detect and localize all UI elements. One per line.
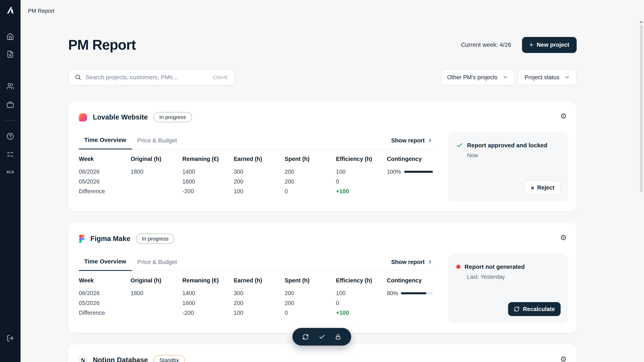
- plus-icon: +: [529, 41, 533, 48]
- table-row: Difference -200 100 0 +100: [79, 186, 433, 196]
- chevron-right-icon: [427, 137, 433, 143]
- col-remaining: Remaning (€): [182, 156, 234, 162]
- sync-icon[interactable]: [302, 334, 309, 340]
- logout-icon[interactable]: [6, 335, 14, 342]
- users-icon[interactable]: [6, 82, 14, 90]
- contingency-progress-bar: [401, 292, 433, 294]
- list-checks-icon[interactable]: [6, 151, 14, 158]
- app-logo-icon: [6, 6, 15, 15]
- table-header-row: Week Original (h) Remaning (€) Earned (h…: [79, 154, 433, 163]
- app-window: XLS PM Report PM Report Current week: 4/…: [0, 0, 644, 362]
- window-title: PM Report: [28, 8, 54, 14]
- time-overview-table: Week Original (h) Remaning (€) Earned (h…: [79, 276, 433, 318]
- table-row: 06/2026 1800 1400 300 200 100 80%: [79, 288, 433, 298]
- show-report-label: Show report: [391, 259, 425, 265]
- lovable-logo-icon: [79, 113, 87, 121]
- project-name: Notion Database: [93, 356, 148, 362]
- time-overview-table: Week Original (h) Remaning (€) Earned (h…: [79, 154, 433, 196]
- floating-action-toolbar: [292, 328, 351, 346]
- notion-logo-icon: N: [79, 356, 87, 362]
- col-original: Original (h): [131, 156, 182, 162]
- figma-logo-icon: [79, 235, 84, 243]
- report-status-time: Last: Yesterday: [467, 274, 560, 280]
- briefcase-icon[interactable]: [6, 101, 14, 108]
- check-icon[interactable]: [318, 334, 325, 340]
- project-card-lovable: Lovable Website In progress ⚙ Time Overv…: [68, 101, 577, 211]
- tab-price-budget[interactable]: Price & Budget: [132, 137, 183, 149]
- gear-icon[interactable]: ⚙: [560, 112, 567, 120]
- col-spent: Spent (h): [284, 156, 336, 162]
- status-badge: In progress: [136, 233, 174, 244]
- recalculate-button[interactable]: Recalculate: [508, 302, 561, 316]
- chevron-down-icon: [564, 74, 570, 80]
- table-header-row: Week Original (h) Remaning (€) Earned (h…: [79, 276, 433, 285]
- show-report-label: Show report: [391, 137, 425, 144]
- other-pms-projects-dropdown[interactable]: Other PM's projects: [440, 69, 515, 85]
- page-title: PM Report: [68, 37, 136, 53]
- help-icon[interactable]: [6, 133, 14, 140]
- project-status-label: Project status: [524, 74, 560, 80]
- scrollbar-thumb[interactable]: [640, 25, 643, 192]
- search-input[interactable]: Search projects, customers, PMs... Ctrl+…: [68, 69, 234, 85]
- tab-time-overview[interactable]: Time Overview: [79, 137, 132, 149]
- project-status-dropdown[interactable]: Project status: [518, 69, 577, 85]
- current-week-label: Current week: 4/26: [461, 41, 511, 48]
- reject-button[interactable]: × Reject: [524, 181, 561, 195]
- show-report-link[interactable]: Show report: [391, 259, 433, 271]
- report-status-title: Report approved and locked: [467, 142, 548, 148]
- col-contingency: Contingency: [387, 156, 433, 162]
- gear-icon[interactable]: ⚙: [560, 356, 567, 362]
- tab-time-overview[interactable]: Time Overview: [79, 258, 132, 271]
- status-badge: Standby: [154, 355, 185, 362]
- lock-icon[interactable]: [335, 334, 342, 340]
- report-status-panel: Report approved and locked Now × Reject: [448, 132, 568, 202]
- scroll-up-arrow[interactable]: [640, 20, 643, 23]
- check-icon: [456, 142, 463, 148]
- report-status-title: Report not generated: [464, 264, 525, 270]
- other-pms-projects-label: Other PM's projects: [447, 74, 498, 80]
- chevron-down-icon: [502, 74, 508, 80]
- col-earned: Earned (h): [234, 156, 284, 162]
- project-card-notion: N Notion Database Standby ⚙: [68, 345, 577, 362]
- contingency-progress-bar: [404, 171, 433, 173]
- col-efficiency: Efficiency (h): [336, 156, 387, 162]
- col-week: Week: [79, 156, 131, 162]
- sidebar-divider: [3, 120, 17, 121]
- new-project-button[interactable]: + New project: [522, 37, 576, 53]
- project-card-figma: Figma Make In progress ⚙ Time Overview P…: [68, 223, 577, 333]
- close-icon: ×: [531, 185, 534, 191]
- report-status-time: Now: [467, 152, 560, 159]
- search-placeholder: Search projects, customers, PMs...: [85, 74, 209, 80]
- show-report-link[interactable]: Show report: [391, 137, 433, 149]
- project-name: Figma Make: [90, 235, 130, 243]
- gear-icon[interactable]: ⚙: [560, 234, 567, 241]
- table-row: 05/2026 1600 200 200 0: [79, 298, 433, 308]
- refresh-icon: [514, 306, 520, 312]
- error-dot-icon: [456, 265, 460, 269]
- contingency-cell: 80%: [387, 290, 433, 296]
- table-row: Difference -200 100 0 +100: [79, 308, 433, 318]
- home-icon[interactable]: [6, 33, 14, 40]
- xls-icon[interactable]: XLS: [0, 170, 20, 174]
- search-icon: [75, 74, 81, 80]
- contingency-cell: 100%: [387, 168, 433, 175]
- tab-price-budget[interactable]: Price & Budget: [132, 259, 183, 271]
- table-row: 06/2026 1800 1400 300 200 100 100%: [79, 167, 433, 176]
- status-badge: In progress: [154, 112, 192, 122]
- sidebar: XLS: [0, 0, 20, 362]
- search-shortcut: Ctrl+K: [213, 74, 228, 80]
- chevron-right-icon: [427, 259, 433, 265]
- report-status-panel: Report not generated Last: Yesterday Rec…: [448, 254, 568, 323]
- new-project-label: New project: [537, 41, 569, 48]
- file-icon[interactable]: [6, 50, 14, 58]
- project-name: Lovable Website: [93, 113, 148, 121]
- main-content: PM Report Current week: 4/26 + New proje…: [68, 0, 577, 362]
- table-row: 05/2026 1600 200 200 0: [79, 176, 433, 186]
